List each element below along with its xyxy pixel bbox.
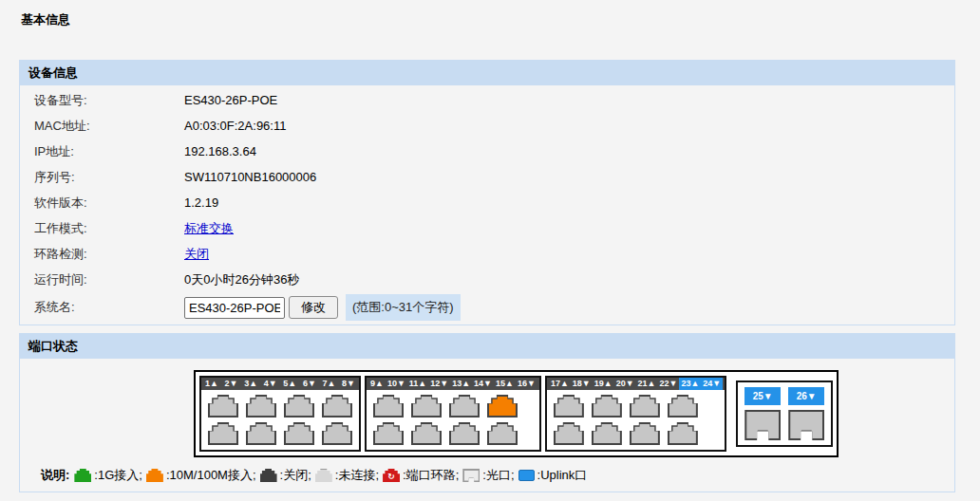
work-mode-row: 工作模式: 标准交换 bbox=[20, 215, 954, 241]
port-header-12: 12▼ bbox=[428, 378, 450, 390]
port-13-icon[interactable] bbox=[449, 395, 480, 418]
port-24-icon[interactable] bbox=[668, 422, 698, 445]
port-group-header: 1▲2▼3▲4▼5▲6▼7▲8▼ bbox=[201, 378, 359, 390]
system-name-label: 系统名: bbox=[34, 299, 184, 316]
port-1g-icon bbox=[74, 469, 91, 482]
legend-label: :关闭; bbox=[280, 467, 311, 484]
device-info-section: 设备信息 设备型号: ES430-26P-POE MAC地址: A0:03:0F… bbox=[19, 60, 955, 325]
firmware-version-row: 软件版本: 1.2.19 bbox=[20, 190, 954, 215]
port-15-icon[interactable] bbox=[487, 395, 518, 418]
port-100m-icon bbox=[146, 469, 163, 482]
fiber-port-icon bbox=[462, 469, 480, 482]
port-20-icon[interactable] bbox=[592, 422, 622, 445]
port-header-4: 4▼ bbox=[262, 378, 279, 390]
port-header-25: 25▼ bbox=[744, 387, 781, 405]
port-status-header: 端口状态 bbox=[19, 333, 955, 359]
port-group-2: 9▲10▼11▲12▼13▲14▼15▲16▼ bbox=[365, 376, 541, 452]
port-header-14: 14▼ bbox=[472, 378, 494, 390]
device-model-value: ES430-26P-POE bbox=[184, 93, 277, 107]
port-group-3: 17▲18▼19▲20▼21▲22▼23▲24▼ bbox=[545, 376, 726, 452]
mac-address-row: MAC地址: A0:03:0F:2A:96:11 bbox=[20, 113, 954, 139]
port-6-icon[interactable] bbox=[284, 422, 314, 445]
port-status-section: 端口状态 1▲2▼3▲4▼5▲6▼7▲8▼9▲10▼11▲12▼13▲14▼15… bbox=[19, 333, 955, 492]
firmware-version-label: 软件版本: bbox=[34, 195, 184, 212]
port-header-1: 1▲ bbox=[203, 378, 220, 390]
page-title: 基本信息 bbox=[0, 0, 980, 28]
port-18-icon[interactable] bbox=[554, 422, 584, 445]
legend-label: :1G接入; bbox=[94, 467, 142, 484]
port-header-3: 3▲ bbox=[242, 378, 259, 390]
legend-label: :Uplink口 bbox=[537, 467, 588, 484]
mac-address-label: MAC地址: bbox=[34, 118, 184, 135]
port-4-icon[interactable] bbox=[246, 422, 276, 445]
legend-label: :10M/100M接入; bbox=[166, 467, 256, 484]
port-disabled-icon bbox=[260, 469, 277, 482]
port-7-icon[interactable] bbox=[322, 395, 352, 418]
port-14-icon[interactable] bbox=[449, 422, 480, 445]
system-name-row: 系统名: 修改 (范围:0~31个字符) bbox=[20, 292, 954, 323]
port-11-icon[interactable] bbox=[411, 395, 442, 418]
port-25-icon[interactable] bbox=[744, 410, 781, 440]
uplink-port-icon bbox=[518, 470, 535, 481]
port-header-20: 20▼ bbox=[614, 378, 636, 390]
port-grid bbox=[201, 390, 359, 450]
sfp-port-25: 25▼ bbox=[744, 387, 781, 440]
port-5-icon[interactable] bbox=[284, 395, 314, 418]
ip-address-row: IP地址: 192.168.3.64 bbox=[20, 139, 954, 164]
port-17-icon[interactable] bbox=[554, 395, 584, 418]
port-header-2: 2▼ bbox=[223, 378, 240, 390]
port-header-21: 21▲ bbox=[636, 378, 658, 390]
uptime-value: 0天0小时26分钟36秒 bbox=[184, 271, 299, 288]
port-grid bbox=[547, 390, 725, 450]
legend-item: :未连接; bbox=[315, 467, 379, 484]
port-19-icon[interactable] bbox=[592, 395, 622, 418]
switch-port-panel: 1▲2▼3▲4▼5▲6▼7▲8▼9▲10▼11▲12▼13▲14▼15▲16▼1… bbox=[194, 370, 839, 457]
uptime-row: 运行时间: 0天0小时26分钟36秒 bbox=[20, 267, 954, 292]
loop-detect-link[interactable]: 关闭 bbox=[184, 246, 209, 263]
modify-button[interactable]: 修改 bbox=[289, 296, 338, 319]
legend-item: :1G接入; bbox=[74, 467, 142, 484]
loop-detect-row: 环路检测: 关闭 bbox=[20, 241, 954, 267]
work-mode-link[interactable]: 标准交换 bbox=[184, 220, 234, 237]
port-10-icon[interactable] bbox=[373, 422, 404, 445]
port-8-icon[interactable] bbox=[322, 422, 352, 445]
sfp-port-26: 26▼ bbox=[788, 387, 824, 440]
port-26-icon[interactable] bbox=[788, 410, 824, 440]
port-9-icon[interactable] bbox=[373, 395, 404, 418]
ip-address-label: IP地址: bbox=[34, 143, 184, 160]
legend-item: :10M/100M接入; bbox=[146, 467, 256, 484]
port-2-icon[interactable] bbox=[208, 422, 238, 445]
port-panel-wrap: 1▲2▼3▲4▼5▲6▼7▲8▼9▲10▼11▲12▼13▲14▼15▲16▼1… bbox=[20, 359, 954, 457]
port-header-9: 9▲ bbox=[368, 378, 386, 390]
system-name-range-hint: (范围:0~31个字符) bbox=[346, 294, 461, 321]
legend-item: :关闭; bbox=[260, 467, 311, 484]
port-16-icon[interactable] bbox=[487, 422, 518, 445]
port-header-13: 13▲ bbox=[450, 378, 472, 390]
port-header-24: 24▼ bbox=[701, 378, 723, 390]
port-21-icon[interactable] bbox=[630, 395, 660, 418]
system-name-input[interactable] bbox=[184, 297, 285, 319]
port-group-1: 1▲2▼3▲4▼5▲6▼7▲8▼ bbox=[199, 376, 361, 452]
device-model-label: 设备型号: bbox=[34, 92, 184, 109]
serial-number-label: 序列号: bbox=[34, 169, 184, 186]
device-info-body: 设备型号: ES430-26P-POE MAC地址: A0:03:0F:2A:9… bbox=[19, 85, 955, 325]
legend-item: :Uplink口 bbox=[518, 467, 588, 484]
port-header-16: 16▼ bbox=[516, 378, 537, 390]
firmware-version-value: 1.2.19 bbox=[184, 195, 218, 210]
port-group-header: 9▲10▼11▲12▼13▲14▼15▲16▼ bbox=[367, 378, 539, 390]
uptime-label: 运行时间: bbox=[34, 271, 184, 288]
port-22-icon[interactable] bbox=[630, 422, 660, 445]
port-header-8: 8▼ bbox=[340, 378, 357, 390]
port-23-icon[interactable] bbox=[668, 395, 698, 418]
legend-item: ↻:端口环路; bbox=[383, 467, 459, 484]
port-3-icon[interactable] bbox=[246, 395, 276, 418]
port-header-11: 11▲ bbox=[407, 378, 428, 390]
port-header-10: 10▼ bbox=[386, 378, 407, 390]
ip-address-value: 192.168.3.64 bbox=[184, 144, 256, 158]
port-1-icon[interactable] bbox=[208, 395, 238, 418]
port-12-icon[interactable] bbox=[411, 422, 442, 445]
legend-label: :端口环路; bbox=[403, 467, 459, 484]
port-header-22: 22▼ bbox=[657, 378, 679, 390]
port-header-5: 5▲ bbox=[281, 378, 298, 390]
sfp-port-box: 25▼26▼ bbox=[736, 380, 833, 447]
